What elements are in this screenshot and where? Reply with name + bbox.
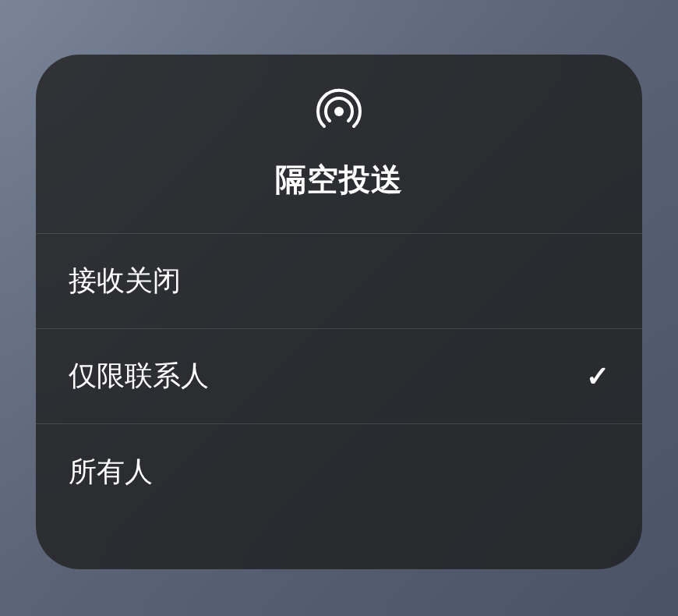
airdrop-icon [314,87,364,136]
panel-header: 隔空投送 [36,55,642,234]
checkmark-icon: ✓ [586,360,609,393]
airdrop-panel: 隔空投送 接收关闭 ✓ 仅限联系人 ✓ 所有人 ✓ [36,55,642,569]
option-everyone[interactable]: 所有人 ✓ [36,424,642,519]
option-label: 接收关闭 [69,262,181,300]
option-contacts-only[interactable]: 仅限联系人 ✓ [36,329,642,424]
option-label: 仅限联系人 [69,357,209,395]
option-receiving-off[interactable]: 接收关闭 ✓ [36,234,642,329]
svg-point-0 [334,107,344,116]
panel-title: 隔空投送 [275,158,403,201]
option-label: 所有人 [69,453,153,491]
options-list: 接收关闭 ✓ 仅限联系人 ✓ 所有人 ✓ [36,234,642,519]
